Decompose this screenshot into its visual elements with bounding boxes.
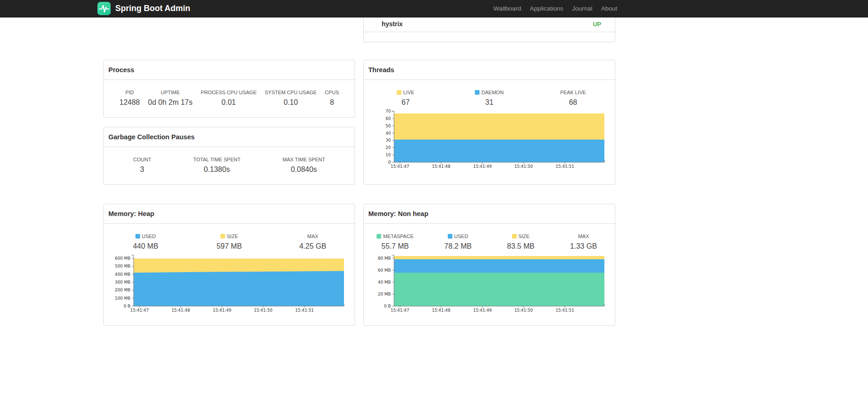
svg-text:15:41:49: 15:41:49 xyxy=(473,308,492,313)
legend-used-swatch xyxy=(135,234,140,239)
nav-item-journal[interactable]: Journal xyxy=(572,5,592,12)
memory-heap-chart: 0 B100 MB200 MB300 MB400 MB500 MB600 MB1… xyxy=(104,253,355,325)
process-card-title: Process xyxy=(104,60,355,80)
metric-label: USED xyxy=(427,233,490,239)
threads-card-title: Threads xyxy=(364,60,615,80)
metric-value: 68 xyxy=(531,98,615,107)
svg-text:20 MB: 20 MB xyxy=(378,292,390,296)
metric-gc-max-time: MAX TIME SPENT 0.0840s xyxy=(282,157,325,174)
svg-text:15:41:47: 15:41:47 xyxy=(390,164,409,169)
card-bottom-padding xyxy=(364,32,615,42)
metric-threads-live: LIVE 67 xyxy=(364,90,447,107)
svg-text:60: 60 xyxy=(385,116,391,121)
left-column: Process PID 12488 UPTIME 0d 0h 2m 17s PR… xyxy=(103,60,355,185)
metric-cpus: CPUS 8 xyxy=(325,90,339,107)
memory-heap-card: Memory: Heap USED 440 MB SIZE xyxy=(103,204,355,326)
metric-label: COUNT xyxy=(133,157,151,162)
svg-text:40: 40 xyxy=(385,131,391,136)
nav-item-wallboard[interactable]: Wallboard xyxy=(493,5,521,12)
metric-heap-used: USED 440 MB xyxy=(104,233,187,251)
metric-value: 55.7 MB xyxy=(364,242,427,251)
svg-text:40 MB: 40 MB xyxy=(378,280,390,285)
metric-label-text: SIZE xyxy=(227,233,238,239)
metric-value: 0.0840s xyxy=(282,165,325,174)
metric-process-cpu-usage: PROCESS CPU USAGE 0.01 xyxy=(201,90,257,107)
metric-value: 3 xyxy=(133,165,151,174)
metric-gc-total-time: TOTAL TIME SPENT 0.1380s xyxy=(193,157,241,174)
memory-nonheap-metrics: METASPACE 55.7 MB USED 78.2 MB xyxy=(364,224,615,253)
svg-text:400 MB: 400 MB xyxy=(115,272,130,277)
nav-links: Wallboard Applications Journal About xyxy=(493,5,617,12)
metric-label: PEAK LIVE xyxy=(531,90,615,95)
metric-label: SYSTEM CPU USAGE xyxy=(265,90,317,95)
metric-heap-max: MAX 4.25 GB xyxy=(271,233,355,251)
metric-value: 0d 0h 2m 17s xyxy=(148,98,192,107)
svg-text:15:41:51: 15:41:51 xyxy=(295,308,314,313)
svg-text:15:41:50: 15:41:50 xyxy=(514,308,533,313)
svg-text:300 MB: 300 MB xyxy=(115,280,130,285)
brand-link[interactable]: Spring Boot Admin xyxy=(97,2,190,15)
metric-label-text: SIZE xyxy=(519,233,530,239)
metric-gc-count: COUNT 3 xyxy=(133,157,151,174)
metric-value: 67 xyxy=(364,98,447,107)
metric-value: 0.01 xyxy=(201,98,257,107)
page: Spring Boot Admin Wallboard Applications… xyxy=(0,0,868,410)
svg-text:15:41:50: 15:41:50 xyxy=(514,164,533,169)
svg-text:15:41:49: 15:41:49 xyxy=(213,308,231,313)
metric-nonheap-max: MAX 1.33 GB xyxy=(552,233,615,251)
svg-text:15:41:47: 15:41:47 xyxy=(390,308,409,313)
metric-label: CPUS xyxy=(325,90,339,95)
metric-value: 12488 xyxy=(119,98,140,107)
application-name-link[interactable]: hystrix xyxy=(382,20,403,28)
metric-value: 83.5 MB xyxy=(490,242,552,251)
metric-uptime: UPTIME 0d 0h 2m 17s xyxy=(148,90,192,107)
metric-value: 0.1380s xyxy=(193,165,241,174)
legend-live-swatch xyxy=(397,90,401,95)
svg-text:70: 70 xyxy=(385,109,391,114)
main-content: hystrix UP Process PID 12488 U xyxy=(103,17,615,326)
legend-used-swatch xyxy=(448,234,452,239)
threads-card: Threads LIVE 67 DAEMON 3 xyxy=(363,60,615,185)
svg-text:200 MB: 200 MB xyxy=(115,288,130,292)
nav-item-about[interactable]: About xyxy=(601,5,617,12)
metric-label-text: USED xyxy=(454,233,468,239)
threads-chart: 01020304050607015:41:4715:41:4815:41:491… xyxy=(364,109,615,182)
memory-nonheap-card-title: Memory: Non heap xyxy=(364,204,615,224)
legend-size-swatch xyxy=(220,234,225,239)
process-card: Process PID 12488 UPTIME 0d 0h 2m 17s PR… xyxy=(103,60,355,118)
svg-text:15:41:51: 15:41:51 xyxy=(555,164,574,169)
memory-heap-metrics: USED 440 MB SIZE 597 MB MAX 4.25 GB xyxy=(104,224,355,253)
navbar-inner: Spring Boot Admin Wallboard Applications… xyxy=(97,0,617,17)
spring-boot-admin-logo-icon xyxy=(97,2,111,15)
memory-heap-card-title: Memory: Heap xyxy=(104,204,355,224)
metric-heap-size: SIZE 597 MB xyxy=(187,233,271,251)
memory-nonheap-card: Memory: Non heap METASPACE 55.7 MB USED xyxy=(363,204,615,326)
metric-pid: PID 12488 xyxy=(119,90,140,107)
application-status-card: hystrix UP xyxy=(363,17,615,42)
svg-text:30: 30 xyxy=(385,138,391,142)
metric-label: MAX TIME SPENT xyxy=(282,157,325,162)
metric-value: 4.25 GB xyxy=(271,242,355,251)
metric-threads-daemon: DAEMON 31 xyxy=(447,90,531,107)
metric-nonheap-metaspace: METASPACE 55.7 MB xyxy=(364,233,427,251)
metric-label: PROCESS CPU USAGE xyxy=(201,90,257,95)
metric-threads-peak-live: PEAK LIVE 68 xyxy=(531,90,615,107)
legend-size-swatch xyxy=(512,234,517,239)
svg-text:10: 10 xyxy=(385,153,391,157)
metric-label: MAX xyxy=(271,233,355,239)
svg-text:15:41:51: 15:41:51 xyxy=(555,308,574,313)
svg-text:60 MB: 60 MB xyxy=(378,268,390,273)
metric-label: LIVE xyxy=(364,90,447,95)
nav-item-applications[interactable]: Applications xyxy=(530,5,564,12)
brand-title: Spring Boot Admin xyxy=(115,4,190,13)
gc-card-title: Garbage Collection Pauses xyxy=(104,127,355,147)
metric-nonheap-size: SIZE 83.5 MB xyxy=(490,233,552,251)
svg-text:20: 20 xyxy=(385,145,391,150)
svg-text:100 MB: 100 MB xyxy=(115,296,130,301)
svg-text:0 B: 0 B xyxy=(124,304,130,308)
threads-metrics: LIVE 67 DAEMON 31 PEAK LIVE 68 xyxy=(364,80,615,109)
svg-text:500 MB: 500 MB xyxy=(115,264,130,268)
legend-metaspace-swatch xyxy=(377,234,381,239)
metric-label: DAEMON xyxy=(447,90,531,95)
svg-text:15:41:50: 15:41:50 xyxy=(254,308,273,313)
